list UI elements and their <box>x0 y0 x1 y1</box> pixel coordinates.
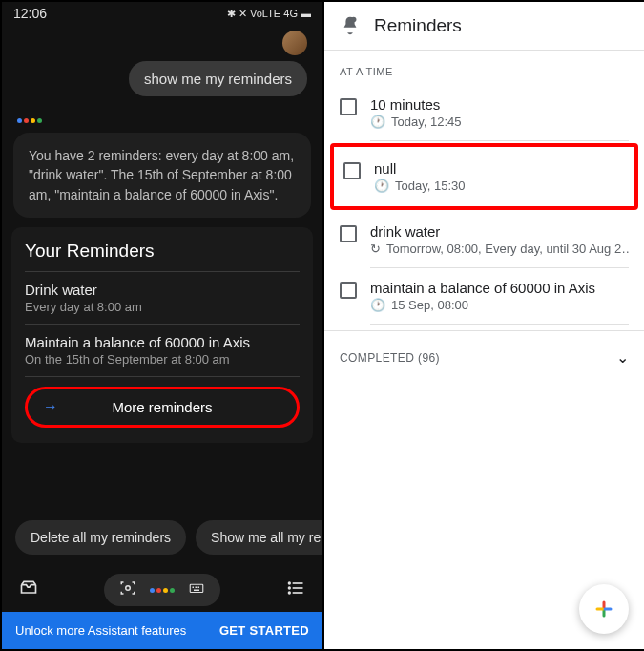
reminder-row[interactable]: maintain a balance of 60000 in Axis 🕐15 … <box>324 268 644 324</box>
reminder-title: drink water <box>370 223 629 240</box>
svg-rect-1 <box>190 584 203 592</box>
assistant-panel: 12:06 ✱ ✕ VoLTE 4G ▬ show me my reminder… <box>2 2 322 649</box>
svg-point-11 <box>289 592 291 594</box>
reminder-item[interactable]: Drink water Every day at 8:00 am <box>25 272 300 325</box>
add-reminder-fab[interactable] <box>579 584 629 634</box>
status-time: 12:06 <box>13 6 47 21</box>
status-icons: ✱ ✕ VoLTE 4G ▬ <box>227 8 311 20</box>
promo-banner[interactable]: Unlock more Assistant features GET START… <box>2 612 322 649</box>
clock-icon: 🕐 <box>370 298 385 312</box>
completed-section[interactable]: COMPLETED (96) ⌄ <box>324 330 644 384</box>
avatar[interactable] <box>282 31 307 55</box>
card-title: Your Reminders <box>25 241 300 272</box>
reminders-list: 10 minutes 🕐Today, 12:45 null 🕐Today, 15… <box>324 85 644 325</box>
reminder-subtitle: On the 15th of September at 8:00 am <box>25 352 300 367</box>
reminder-time: Tomorrow, 08:00, Every day, until 30 Aug… <box>386 242 629 256</box>
reminder-time: 15 Sep, 08:00 <box>391 298 468 312</box>
assistant-mic-icon[interactable] <box>150 588 175 593</box>
reminder-title: Maintain a balance of 60000 in Axis <box>25 334 300 350</box>
reminder-subtitle: Every day at 8:00 am <box>25 300 300 314</box>
completed-label: COMPLETED (96) <box>340 351 440 365</box>
svg-rect-4 <box>198 587 200 589</box>
reminder-row[interactable]: drink water ↻Tomorrow, 08:00, Every day,… <box>324 212 644 267</box>
svg-rect-3 <box>196 587 197 589</box>
suggestion-chips: Delete all my reminders Show me all my r… <box>2 507 322 568</box>
svg-point-12 <box>351 17 357 23</box>
reminder-item[interactable]: Maintain a balance of 60000 in Axis On t… <box>25 325 300 377</box>
reminder-time: Today, 15:30 <box>395 178 465 193</box>
chip-delete-reminders[interactable]: Delete all my reminders <box>15 520 186 555</box>
more-reminders-label: More reminders <box>112 399 212 415</box>
section-label: AT A TIME <box>324 51 644 85</box>
arrow-right-icon: → <box>43 398 58 415</box>
lens-icon[interactable] <box>119 579 136 600</box>
checkbox[interactable] <box>340 282 357 299</box>
svg-rect-5 <box>194 590 199 592</box>
plus-icon <box>592 598 615 620</box>
reminders-card: Your Reminders Drink water Every day at … <box>11 227 313 443</box>
svg-point-9 <box>289 582 291 584</box>
clock-icon: 🕐 <box>370 115 385 129</box>
reminder-row[interactable]: 10 minutes 🕐Today, 12:45 <box>324 85 644 140</box>
reminder-title: maintain a balance of 60000 in Axis <box>370 280 629 296</box>
status-bar: 12:06 ✱ ✕ VoLTE 4G ▬ <box>2 2 322 25</box>
bottom-toolbar <box>2 568 322 612</box>
checkbox[interactable] <box>340 98 357 116</box>
app-title: Reminders <box>374 15 462 36</box>
chevron-down-icon: ⌄ <box>616 348 629 367</box>
chip-show-reminders[interactable]: Show me all my rem <box>196 520 322 555</box>
repeat-icon: ↻ <box>370 242 381 256</box>
reminder-title: 10 minutes <box>370 96 629 113</box>
checkbox[interactable] <box>343 162 361 179</box>
clock-icon: 🕐 <box>374 178 389 193</box>
reminder-row-highlighted[interactable]: null 🕐Today, 15:30 <box>330 143 638 210</box>
reminder-title: null <box>374 160 625 177</box>
reminders-app: Reminders AT A TIME 10 minutes 🕐Today, 1… <box>322 2 644 649</box>
banner-text: Unlock more Assistant features <box>15 623 186 638</box>
svg-point-0 <box>126 586 131 591</box>
list-icon[interactable] <box>286 578 305 602</box>
assistant-icon <box>17 110 322 127</box>
assistant-response: You have 2 reminders: every day at 8:00 … <box>13 133 311 218</box>
keyboard-icon[interactable] <box>188 579 205 600</box>
svg-point-10 <box>289 587 291 589</box>
reminders-app-icon <box>340 15 361 36</box>
reminder-time: Today, 12:45 <box>391 115 461 129</box>
user-message: show me my reminders <box>129 61 307 96</box>
reminder-title: Drink water <box>25 282 300 298</box>
banner-cta[interactable]: GET STARTED <box>219 623 309 638</box>
svg-rect-2 <box>193 587 195 589</box>
more-reminders-button[interactable]: → More reminders <box>25 387 300 428</box>
checkbox[interactable] <box>340 225 357 242</box>
inbox-icon[interactable] <box>19 578 38 602</box>
app-header: Reminders <box>324 2 644 51</box>
